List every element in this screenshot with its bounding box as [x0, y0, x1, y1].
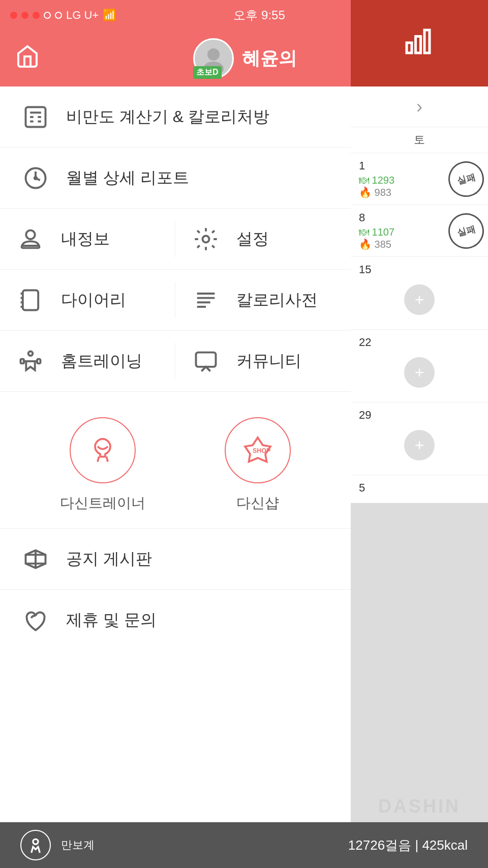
fail-stamp-8: 실패: [444, 209, 488, 253]
bottom-bar: 만보계 12726걸음 | 425kcal: [0, 822, 488, 868]
svg-rect-4: [424, 30, 430, 53]
menu-community[interactable]: 커뮤니티: [175, 331, 351, 391]
week-num-5: 5: [359, 481, 480, 495]
partnership-icon: [20, 605, 51, 635]
user-name: 혜윤의: [242, 46, 297, 71]
menu-myinfo-label: 내정보: [61, 228, 110, 250]
trainer-icon: [70, 417, 136, 483]
signal-dot-1: [10, 12, 17, 19]
menu-shop[interactable]: SHOP 다신샵: [225, 417, 291, 513]
day-label: 토: [351, 127, 488, 153]
plus-circle-22[interactable]: +: [404, 357, 435, 388]
carrier-label: LG U+: [66, 9, 99, 22]
shop-label: 다신샵: [236, 494, 279, 513]
cal-burned: 425kcal: [422, 837, 468, 853]
menu-monthly-report[interactable]: 월별 상세 리포트: [0, 148, 351, 209]
chart-button[interactable]: [351, 0, 488, 86]
main-content: 비만도 계산기 & 칼로리처방 월별 상세 리포트 내정보: [0, 86, 351, 868]
menu-row-2: 다이어리 칼로리사전: [0, 270, 351, 331]
menu-training-label: 홈트레이닝: [61, 350, 142, 372]
menu-trainer[interactable]: 다신트레이너: [60, 417, 145, 513]
menu-myinfo[interactable]: 내정보: [0, 209, 175, 269]
week-fail-1: 실패: [448, 161, 484, 197]
svg-rect-28: [196, 352, 216, 366]
person-icon: [15, 224, 46, 254]
chart-icon: [404, 25, 435, 62]
week-num-15: 15: [359, 263, 480, 276]
svg-rect-16: [23, 290, 38, 310]
menu-settings[interactable]: 설정: [175, 209, 351, 269]
plus-circle-29[interactable]: +: [404, 430, 435, 460]
trainer-label: 다신트레이너: [60, 494, 145, 513]
special-icons-section: 다신트레이너 SHOP 다신샵: [0, 392, 351, 529]
community-icon: [191, 346, 221, 377]
svg-rect-14: [22, 246, 40, 248]
right-panel: › 토 1 🍽 1293 🔥 983 실패 8 🍽 1107 🔥 385 실패 …: [351, 0, 488, 868]
step-separator: |: [415, 837, 422, 853]
week-row-5: 5: [351, 475, 488, 503]
shop-icon: SHOP: [225, 417, 291, 483]
panel-arrow[interactable]: ›: [351, 86, 488, 127]
menu-calorie-dict-label: 칼로리사전: [236, 289, 318, 311]
user-badge: 초보D: [193, 66, 222, 79]
step-data: 12726걸음 | 425kcal: [348, 836, 468, 854]
signal-dot-5: [55, 12, 62, 19]
svg-rect-3: [416, 37, 421, 53]
wifi-icon: 📶: [103, 9, 116, 22]
menu-calorie-dict[interactable]: 칼로리사전: [175, 270, 351, 330]
menu-notice[interactable]: 공지 게시판: [0, 529, 351, 590]
svg-point-12: [35, 177, 37, 179]
week-row-1: 1 🍽 1293 🔥 983 실패: [351, 153, 488, 205]
status-time: 오후 9:55: [233, 7, 285, 23]
training-icon: [15, 346, 46, 377]
step-counter[interactable]: 만보계: [20, 830, 95, 860]
signal-dot-3: [33, 12, 40, 19]
menu-row-1: 내정보 설정: [0, 209, 351, 270]
avatar-wrapper: 초보D: [193, 38, 234, 79]
calculator-icon: [20, 102, 51, 132]
step-icon: [20, 830, 51, 860]
calorie-icon: [191, 285, 221, 315]
week-row-22: 22 +: [351, 330, 488, 402]
week-fail-8: 실패: [448, 213, 484, 249]
menu-notice-label: 공지 게시판: [66, 548, 152, 570]
notice-icon: [20, 544, 51, 574]
week-num-29: 29: [359, 409, 480, 422]
menu-diary-label: 다이어리: [61, 289, 126, 311]
menu-partnership[interactable]: 제휴 및 문의: [0, 590, 351, 651]
fail-stamp-1: 실패: [444, 157, 488, 201]
svg-text:SHOP: SHOP: [253, 447, 270, 454]
menu-community-label: 커뮤니티: [236, 350, 301, 372]
svg-rect-5: [26, 107, 46, 127]
week-num-22: 22: [359, 336, 480, 349]
signal-dot-4: [44, 12, 51, 19]
svg-point-15: [203, 236, 209, 242]
week-row-29: 29 +: [351, 402, 488, 475]
gear-icon: [191, 224, 221, 254]
report-icon: [20, 163, 51, 193]
menu-settings-label: 설정: [236, 228, 269, 250]
week-row-8: 8 🍽 1107 🔥 385 실패: [351, 205, 488, 257]
svg-point-0: [207, 48, 220, 61]
menu-obesity-label: 비만도 계산기 & 칼로리처방: [66, 106, 269, 128]
svg-rect-26: [21, 359, 24, 363]
step-count: 12726걸음: [348, 837, 411, 853]
svg-rect-27: [37, 359, 41, 363]
home-icon[interactable]: [15, 44, 40, 73]
menu-monthly-label: 월별 상세 리포트: [66, 167, 189, 189]
week-row-15: 15 +: [351, 257, 488, 330]
svg-point-31: [33, 839, 38, 844]
step-label: 만보계: [61, 837, 95, 853]
diary-icon: [15, 285, 46, 315]
menu-home-training[interactable]: 홈트레이닝: [0, 331, 175, 391]
svg-point-25: [28, 351, 33, 356]
menu-obesity-calc[interactable]: 비만도 계산기 & 칼로리처방: [0, 86, 351, 148]
status-left: LG U+ 📶: [10, 9, 116, 22]
menu-row-3: 홈트레이닝 커뮤니티: [0, 331, 351, 392]
plus-circle-15[interactable]: +: [404, 284, 435, 315]
svg-point-13: [26, 230, 35, 239]
signal-dot-2: [21, 12, 28, 19]
menu-diary[interactable]: 다이어리: [0, 270, 175, 330]
svg-rect-2: [407, 43, 412, 53]
menu-partnership-label: 제휴 및 문의: [66, 609, 157, 631]
